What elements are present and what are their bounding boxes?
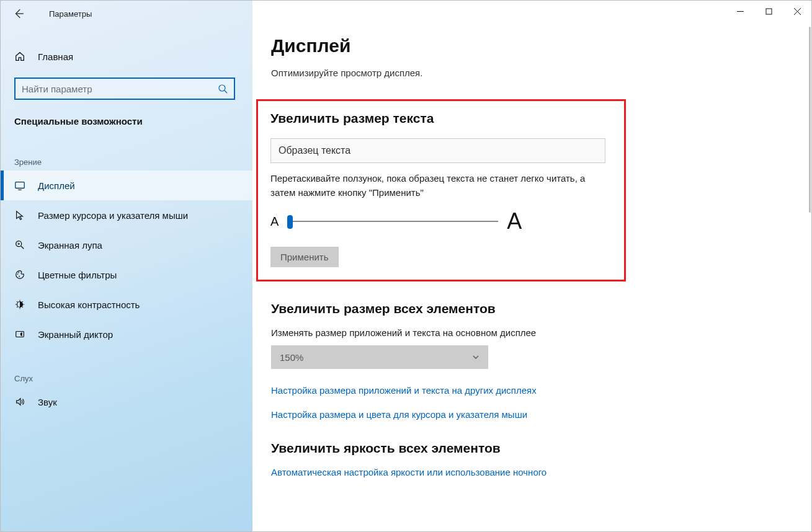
sidebar-item-sound[interactable]: Звук [1, 387, 252, 417]
brightness-heading: Увеличить яркость всех элементов [271, 441, 668, 456]
sidebar-item-color-filters[interactable]: Цветные фильтры [1, 260, 252, 290]
close-button[interactable] [783, 1, 811, 22]
narrator-icon [14, 329, 27, 340]
svg-point-3 [17, 273, 19, 275]
main-content: Дисплей Оптимизируйте просмотр дисплея. … [252, 1, 811, 531]
nav-label: Цветные фильтры [38, 270, 117, 280]
sound-icon [14, 396, 27, 407]
sidebar-item-home[interactable]: Главная [1, 43, 252, 70]
nav-label: Высокая контрастность [38, 299, 140, 310]
scale-dropdown[interactable]: 150% [271, 345, 488, 369]
text-size-slider[interactable] [287, 214, 498, 229]
nav-label: Звук [38, 397, 57, 407]
svg-rect-1 [16, 182, 24, 188]
nav-label: Дисплей [38, 180, 75, 191]
link-auto-brightness[interactable]: Автоматическая настройка яркости или исп… [271, 467, 668, 477]
sidebar-item-magnifier[interactable]: Экранная лупа [1, 230, 252, 260]
minimize-button[interactable] [726, 1, 754, 22]
nav-label: Экранная лупа [38, 240, 102, 250]
nav-label: Размер курсора и указателя мыши [38, 210, 188, 221]
slider-track [287, 221, 498, 222]
sidebar-header: Параметры [1, 1, 252, 27]
scale-all-desc: Изменять размер приложений и текста на о… [271, 327, 668, 338]
group-hearing: Слух [1, 349, 252, 387]
search-box[interactable] [14, 78, 235, 100]
category-title: Специальные возможности [1, 100, 252, 133]
settings-window: Параметры Главная Специальные возможност… [0, 0, 812, 532]
search-wrap [1, 70, 252, 100]
app-title: Параметры [49, 9, 92, 19]
window-controls [726, 1, 811, 22]
link-cursor-settings[interactable]: Настройка размера и цвета для курсора и … [271, 409, 668, 420]
sample-text-box: Образец текста [270, 138, 605, 163]
apply-button[interactable]: Применить [270, 247, 339, 267]
search-input[interactable] [22, 84, 218, 94]
slider-min-label: A [270, 215, 279, 229]
contrast-icon [14, 299, 27, 310]
sidebar: Параметры Главная Специальные возможност… [1, 1, 252, 531]
magnifier-icon [14, 239, 27, 250]
group-vision: Зрение [1, 133, 252, 171]
scale-all-section: Увеличить размер всех элементов Изменять… [271, 301, 668, 420]
search-icon [218, 84, 228, 94]
home-label: Главная [38, 51, 73, 62]
svg-point-4 [18, 272, 19, 273]
sidebar-item-cursor[interactable]: Размер курсора и указателя мыши [1, 200, 252, 230]
sidebar-item-high-contrast[interactable]: Высокая контрастность [1, 290, 252, 319]
text-size-heading: Увеличить размер текста [270, 111, 612, 126]
svg-rect-8 [766, 9, 772, 14]
cursor-icon [14, 210, 27, 221]
sidebar-item-narrator[interactable]: Экранный диктор [1, 319, 252, 349]
text-size-slider-row: A A [270, 208, 612, 234]
sidebar-item-display[interactable]: Дисплей [1, 171, 252, 200]
display-icon [14, 180, 27, 191]
chevron-down-icon [472, 352, 480, 363]
slider-thumb[interactable] [287, 215, 293, 229]
scale-all-heading: Увеличить размер всех элементов [271, 301, 668, 316]
palette-icon [14, 269, 27, 280]
scale-value: 150% [280, 352, 303, 363]
page-subtitle: Оптимизируйте просмотр дисплея. [271, 68, 668, 78]
brightness-section: Увеличить яркость всех элементов Автомат… [271, 441, 668, 477]
back-button[interactable] [12, 7, 25, 20]
home-icon [14, 51, 27, 62]
text-size-section-highlight: Увеличить размер текста Образец текста П… [256, 99, 626, 282]
page-title: Дисплей [271, 35, 668, 56]
svg-point-0 [219, 85, 225, 91]
scrollbar-thumb[interactable] [809, 27, 811, 213]
link-other-displays[interactable]: Настройка размера приложений и текста на… [271, 385, 668, 396]
slider-help-text: Перетаскивайте ползунок, пока образец те… [270, 172, 605, 200]
maximize-button[interactable] [754, 1, 783, 22]
slider-max-label: A [507, 208, 522, 234]
svg-rect-7 [16, 332, 24, 337]
content-area: Дисплей Оптимизируйте просмотр дисплея. … [252, 1, 687, 523]
nav-label: Экранный диктор [38, 329, 113, 340]
svg-point-5 [19, 276, 20, 277]
